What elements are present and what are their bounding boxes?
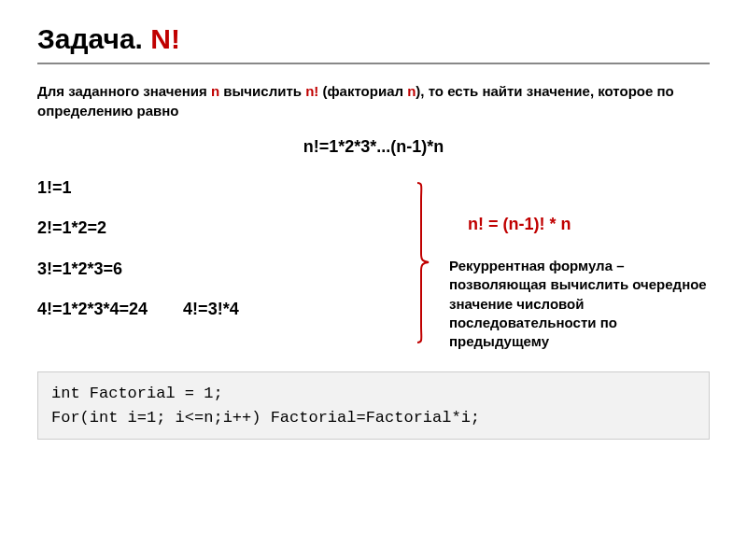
examples: 1!=1 2!=1*2=2 3!=1*2*3=6 4!=1*2*3*4=24 4… bbox=[37, 177, 397, 321]
example-4a: 4!=1*2*3*4=24 bbox=[37, 299, 148, 320]
example-4b: 4!=3!*4 bbox=[183, 299, 239, 320]
curly-bracket-icon bbox=[416, 177, 430, 351]
body-grid: 1!=1 2!=1*2=2 3!=1*2*3=6 4!=1*2*3*4=24 4… bbox=[37, 177, 710, 351]
desc-p3: (факториал bbox=[318, 83, 407, 99]
example-2: 2!=1*2=2 bbox=[37, 217, 397, 239]
desc-p1: Для заданного значения bbox=[37, 83, 211, 99]
desc-n1: n bbox=[211, 83, 219, 99]
left-column: 1!=1 2!=1*2=2 3!=1*2*3=6 4!=1*2*3*4=24 4… bbox=[37, 177, 397, 351]
code-line-1: int Factorial = 1; bbox=[51, 382, 696, 406]
title-prefix: Задача. bbox=[37, 23, 150, 54]
code-line-2: For(int i=1; i<=n;i++) Factorial=Factori… bbox=[51, 406, 696, 430]
title-red: N! bbox=[150, 23, 180, 54]
slide-title: Задача. N! bbox=[37, 23, 710, 55]
desc-p2: вычислить bbox=[219, 83, 305, 99]
desc-n3: n bbox=[407, 83, 416, 99]
recurrent-formula: n! = (n-1)! * n bbox=[449, 215, 710, 234]
example-3: 3!=1*2*3=6 bbox=[37, 259, 397, 280]
desc-n2: n! bbox=[305, 83, 318, 99]
code-block: int Factorial = 1; For(int i=1; i<=n;i++… bbox=[37, 371, 710, 440]
example-4: 4!=1*2*3*4=24 4!=3!*4 bbox=[37, 299, 397, 320]
right-column: n! = (n-1)! * n Рекуррентная формула – п… bbox=[449, 177, 710, 351]
description: Для заданного значения n вычислить n! (ф… bbox=[37, 81, 710, 120]
example-1: 1!=1 bbox=[37, 177, 397, 199]
title-divider bbox=[37, 63, 710, 64]
main-formula: n!=1*2*3*...(n-1)*n bbox=[37, 137, 710, 157]
recurrent-description: Рекуррентная формула – позволяющая вычис… bbox=[449, 257, 710, 351]
